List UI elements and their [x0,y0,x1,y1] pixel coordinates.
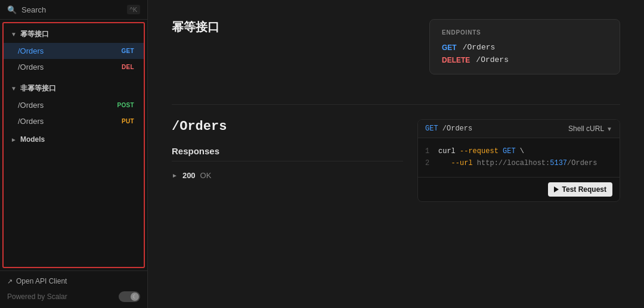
nav-group-equal: ▼ 幂等接口 /Orders GET /Orders DEL [4,23,144,77]
shell-label: Shell cURL [568,125,604,133]
code-method: GET [425,125,438,133]
method-badge-post: POST [115,101,137,109]
method-badge-put: PUT [119,117,137,125]
nav-item-path: /Orders [18,101,44,110]
nav-item-orders-post[interactable]: /Orders POST [4,97,144,113]
nav-group-equal-header[interactable]: ▼ 幂等接口 [4,26,144,43]
search-bar[interactable]: 🔍 Search ^K [0,0,147,20]
nav-item-orders-del[interactable]: /Orders DEL [4,59,144,75]
main-scroll: 幂等接口 ENDPOINTS GET /Orders DELETE /Order… [148,0,644,308]
chevron-right-icon: ► [11,136,17,143]
models-header[interactable]: ► Models [4,132,144,147]
chevron-down-icon: ▼ [606,126,612,132]
code-line-1: 1 curl --request GET \ [425,145,612,157]
toggle-knob: ☾ [131,293,139,301]
test-request-label: Test Request [562,185,606,194]
orders-left: /Orders Responses ► 200 OK [172,119,403,183]
code-flag-url: --url [451,159,473,167]
open-api-client-button[interactable]: ↗ Open API Client [7,277,140,285]
code-url: GET /Orders [425,125,472,133]
endpoint-row-delete[interactable]: DELETE /Orders [442,55,608,64]
search-shortcut: ^K [127,5,141,14]
nav-group-equal-label: 幂等接口 [20,29,49,39]
code-command: curl [438,147,456,155]
endpoint-path-get: /Orders [463,43,496,52]
code-panel: GET /Orders Shell cURL ▼ 1 curl - [417,119,620,202]
moon-icon: ☾ [132,294,137,300]
line-number-1: 1 [425,145,432,157]
section-divider [172,104,620,105]
code-path: /Orders [442,125,472,133]
response-code: 200 [182,171,196,180]
code-body: 1 curl --request GET \ 2 [418,138,620,177]
chevron-down-icon: ▼ [11,31,17,38]
code-panel-footer: Test Request [418,177,620,201]
external-link-icon: ↗ [7,278,13,285]
nav-item-path: /Orders [18,46,44,55]
shell-select[interactable]: Shell cURL ▼ [568,125,612,133]
search-label: Search [21,5,122,14]
response-row-200[interactable]: ► 200 OK [172,167,403,183]
code-panel-header: GET /Orders Shell cURL ▼ [418,120,620,138]
open-api-label: Open API Client [16,277,67,285]
code-flag-request: --request [460,147,499,155]
nav-item-path: /Orders [18,63,44,71]
code-backslash: \ [520,147,524,155]
nav-item-path: /Orders [18,117,44,126]
code-indent [438,159,447,167]
endpoints-card: ENDPOINTS GET /Orders DELETE /Orders [429,19,620,74]
endpoint-row-get[interactable]: GET /Orders [442,43,608,52]
models-label: Models [20,135,45,144]
chevron-down-icon: ▼ [11,85,17,92]
code-url-scheme: http://localhost: [477,159,550,167]
endpoint-method-delete: DELETE [442,56,470,64]
response-status: OK [200,171,212,180]
endpoint-method-get: GET [442,43,457,52]
method-badge-get: GET [119,47,137,55]
orders-title: /Orders [172,119,403,134]
sidebar: 🔍 Search ^K ▼ 幂等接口 /Orders GET /Orders D… [0,0,148,308]
method-badge-del: DEL [119,63,137,71]
code-url-path: /Orders [567,159,597,167]
code-text-2: --url http://localhost:5137/Orders [438,157,597,169]
play-icon [554,186,559,192]
responses-title: Responses [172,146,403,161]
nav-item-orders-put[interactable]: /Orders PUT [4,113,144,129]
chevron-right-icon: ► [172,172,178,179]
orders-section: /Orders Responses ► 200 OK GET /Orders S… [172,119,620,202]
search-icon: 🔍 [7,5,17,14]
code-line-2: 2 --url http://localhost:5137/Orders [425,157,612,169]
powered-row: Powered by Scalar ☾ [7,291,140,302]
nav-group-nonequal-label: 非幂等接口 [20,83,56,94]
nav-group-nonequal: ▼ 非幂等接口 /Orders POST /Orders PUT [4,77,144,132]
section-title: 幂等接口 [172,19,415,35]
powered-label: Powered by Scalar [7,293,67,301]
main-content: 幂等接口 ENDPOINTS GET /Orders DELETE /Order… [148,0,644,308]
endpoint-path-delete: /Orders [476,55,509,64]
nav-item-orders-get[interactable]: /Orders GET [4,43,144,59]
endpoints-label: ENDPOINTS [442,29,608,36]
nav-content: ▼ 幂等接口 /Orders GET /Orders DEL ▼ 非幂等接口 /… [2,22,145,268]
code-value-get: GET [503,147,516,155]
sidebar-footer: ↗ Open API Client Powered by Scalar ☾ [0,270,147,308]
line-number-2: 2 [425,157,432,169]
code-url-port: 5137 [550,159,567,167]
nav-group-nonequal-header[interactable]: ▼ 非幂等接口 [4,80,144,97]
theme-toggle[interactable]: ☾ [119,291,140,302]
test-request-button[interactable]: Test Request [548,182,612,197]
code-text-1: curl --request GET \ [438,145,524,157]
